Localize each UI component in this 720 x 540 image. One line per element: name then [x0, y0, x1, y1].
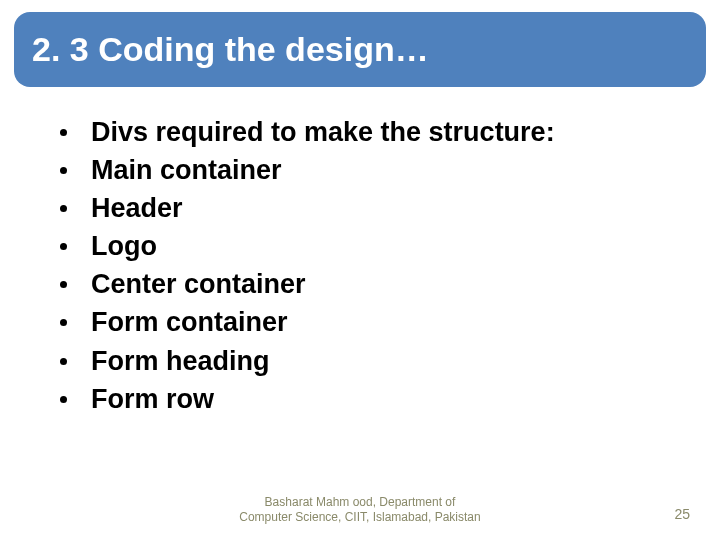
bullet-icon [60, 167, 67, 174]
list-item: Divs required to make the structure: [60, 115, 660, 150]
footer-line2: Computer Science, CIIT, Islamabad, Pakis… [239, 510, 480, 524]
bullet-text: Divs required to make the structure: [91, 115, 555, 150]
slide-footer: Basharat Mahm ood, Department of Compute… [0, 495, 720, 526]
page-number: 25 [674, 506, 690, 522]
slide-content: Divs required to make the structure: Mai… [0, 87, 720, 417]
bullet-text: Form heading [91, 344, 270, 379]
list-item: Form container [60, 305, 660, 340]
slide-title-bar: 2. 3 Coding the design… [14, 12, 706, 87]
bullet-icon [60, 205, 67, 212]
bullet-text: Main container [91, 153, 282, 188]
footer-line1: Basharat Mahm ood, Department of [265, 495, 456, 509]
bullet-icon [60, 396, 67, 403]
list-item: Form row [60, 382, 660, 417]
bullet-list: Divs required to make the structure: Mai… [60, 115, 660, 417]
bullet-text: Header [91, 191, 183, 226]
bullet-text: Form container [91, 305, 288, 340]
list-item: Main container [60, 153, 660, 188]
bullet-icon [60, 319, 67, 326]
bullet-text: Form row [91, 382, 214, 417]
bullet-text: Logo [91, 229, 157, 264]
list-item: Center container [60, 267, 660, 302]
bullet-icon [60, 129, 67, 136]
list-item: Form heading [60, 344, 660, 379]
list-item: Logo [60, 229, 660, 264]
bullet-text: Center container [91, 267, 306, 302]
bullet-icon [60, 281, 67, 288]
bullet-icon [60, 358, 67, 365]
slide-title: 2. 3 Coding the design… [32, 30, 688, 69]
footer-text: Basharat Mahm ood, Department of Compute… [239, 495, 480, 526]
list-item: Header [60, 191, 660, 226]
bullet-icon [60, 243, 67, 250]
